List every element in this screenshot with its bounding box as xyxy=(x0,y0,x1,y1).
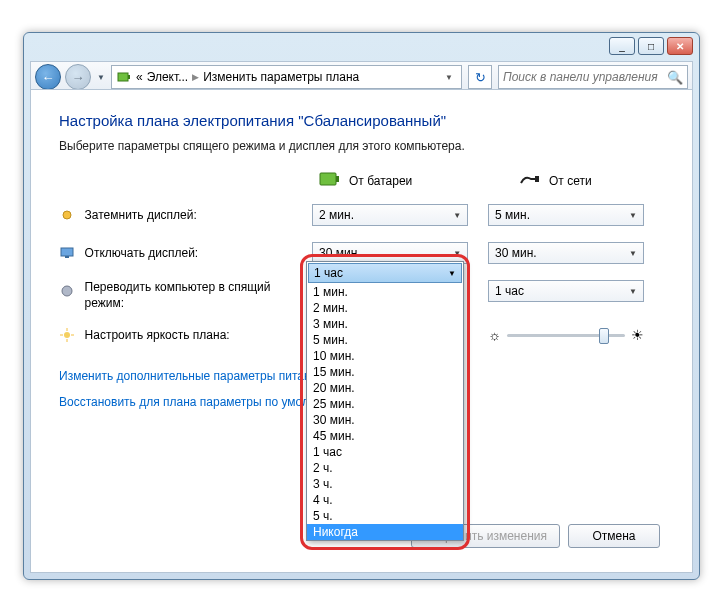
sun-bright-icon: ☀ xyxy=(631,327,644,343)
minimize-button[interactable]: _ xyxy=(609,37,635,55)
nav-forward-button[interactable]: → xyxy=(65,64,91,90)
nav-history-dropdown[interactable]: ▼ xyxy=(95,67,107,87)
dropdown-item[interactable]: 10 мин. xyxy=(307,348,463,364)
maximize-button[interactable]: □ xyxy=(638,37,664,55)
svg-rect-4 xyxy=(535,176,539,182)
dropdown-item[interactable]: Никогда xyxy=(307,524,463,540)
close-button[interactable]: ✕ xyxy=(667,37,693,55)
dropdown-selected[interactable]: 1 час▼ xyxy=(308,263,462,283)
dropdown-list: 1 мин.2 мин.3 мин.5 мин.10 мин.15 мин.20… xyxy=(307,284,463,540)
address-bar[interactable]: « Элект... ▶ Изменить параметры плана ▼ xyxy=(111,65,462,89)
search-box[interactable]: 🔍 xyxy=(498,65,688,89)
page-subtitle: Выберите параметры спящего режима и дисп… xyxy=(59,139,664,153)
svg-rect-7 xyxy=(65,256,69,258)
cancel-button[interactable]: Отмена xyxy=(568,524,660,548)
search-icon[interactable]: 🔍 xyxy=(667,70,683,85)
dropdown-item[interactable]: 15 мин. xyxy=(307,364,463,380)
address-dropdown-icon[interactable]: ▼ xyxy=(441,73,457,82)
crumb-short[interactable]: Элект... xyxy=(147,70,188,84)
power-plan-icon xyxy=(116,69,132,85)
sun-icon xyxy=(59,327,75,343)
svg-rect-2 xyxy=(320,173,336,185)
svg-point-9 xyxy=(64,332,70,338)
dropdown-item[interactable]: 25 мин. xyxy=(307,396,463,412)
svg-rect-1 xyxy=(128,75,130,79)
crumb-prev: « xyxy=(136,70,143,84)
plug-icon xyxy=(519,171,541,190)
dropdown-item[interactable]: 2 ч. xyxy=(307,460,463,476)
dropdown-item[interactable]: 4 ч. xyxy=(307,492,463,508)
sleep-battery-dropdown-open[interactable]: 1 час▼ 1 мин.2 мин.3 мин.5 мин.10 мин.15… xyxy=(306,261,464,541)
dropdown-item[interactable]: 2 мин. xyxy=(307,300,463,316)
page-title: Настройка плана электропитания "Сбаланси… xyxy=(59,112,664,129)
off-mains-select[interactable]: 30 мин.▼ xyxy=(488,242,644,264)
refresh-button[interactable]: ↻ xyxy=(468,65,492,89)
nav-back-button[interactable]: ← xyxy=(35,64,61,90)
svg-rect-0 xyxy=(118,73,128,81)
chevron-right-icon: ▶ xyxy=(192,72,199,82)
svg-rect-3 xyxy=(336,176,339,182)
titlebar: _ □ ✕ xyxy=(24,33,699,43)
slider-thumb[interactable] xyxy=(599,328,609,344)
sleep-mains-select[interactable]: 1 час▼ xyxy=(488,280,644,302)
sun-dim-icon: ☼ xyxy=(488,327,501,343)
moon-icon xyxy=(59,283,75,299)
svg-point-5 xyxy=(63,211,71,219)
row-dim-display: Затемнить дисплей: 2 мин.▼ 5 мин.▼ xyxy=(59,204,664,226)
dropdown-item[interactable]: 3 мин. xyxy=(307,316,463,332)
svg-point-8 xyxy=(62,286,72,296)
dim-icon xyxy=(59,207,75,223)
dropdown-item[interactable]: 30 мин. xyxy=(307,412,463,428)
battery-icon xyxy=(319,171,341,190)
dropdown-item[interactable]: 45 мин. xyxy=(307,428,463,444)
dropdown-item[interactable]: 20 мин. xyxy=(307,380,463,396)
dropdown-item[interactable]: 1 мин. xyxy=(307,284,463,300)
svg-rect-6 xyxy=(61,248,73,256)
monitor-icon xyxy=(59,245,75,261)
brightness-mains-slider[interactable]: ☼ ☀ xyxy=(488,327,644,343)
dropdown-item[interactable]: 1 час xyxy=(307,444,463,460)
dim-mains-select[interactable]: 5 мин.▼ xyxy=(488,204,644,226)
dropdown-item[interactable]: 3 ч. xyxy=(307,476,463,492)
dropdown-item[interactable]: 5 мин. xyxy=(307,332,463,348)
column-mains: От сети xyxy=(519,171,659,190)
dim-battery-select[interactable]: 2 мин.▼ xyxy=(312,204,468,226)
search-input[interactable] xyxy=(503,70,667,84)
crumb-current[interactable]: Изменить параметры плана xyxy=(203,70,359,84)
dropdown-item[interactable]: 5 ч. xyxy=(307,508,463,524)
column-battery: От батареи xyxy=(319,171,459,190)
